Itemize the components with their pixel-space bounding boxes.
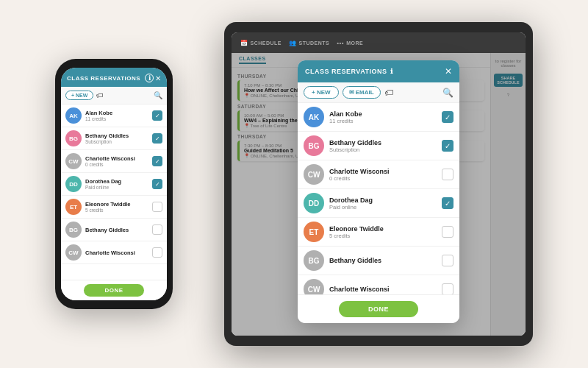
modal-person-name: Bethany Giddles bbox=[329, 257, 442, 264]
person-info: Eleonore Twiddle 5 credits bbox=[85, 201, 152, 213]
person-sub: 11 credits bbox=[85, 116, 152, 121]
modal-person-row[interactable]: ET Eleonore Twiddle 5 credits bbox=[298, 218, 459, 247]
phone-header: CLASS RESERVATIONS ℹ ✕ bbox=[61, 68, 167, 87]
person-name: Charlotte Wisconsi bbox=[85, 155, 152, 162]
person-checkbox[interactable] bbox=[152, 247, 162, 258]
modal-person-info: Charlotte Wisconsi 0 credits bbox=[329, 168, 442, 182]
phone-person-row[interactable]: BG Bethany Giddles Subscription bbox=[61, 127, 167, 150]
person-sub: 0 credits bbox=[85, 162, 152, 167]
tablet-tab[interactable]: 📅SCHEDULE bbox=[240, 40, 282, 46]
tab-icon: 👥 bbox=[289, 40, 297, 46]
modal-person-name: Dorothea Dag bbox=[329, 197, 442, 204]
person-name: Eleonore Twiddle bbox=[85, 201, 152, 208]
person-sub: Subscription bbox=[85, 139, 152, 144]
modal-done-button[interactable]: DONE bbox=[339, 301, 418, 317]
modal-header: CLASS RESERVATIONS ℹ ✕ bbox=[298, 60, 459, 82]
person-name: Charlotte Wisconsi bbox=[85, 250, 152, 256]
modal-avatar: CW bbox=[304, 279, 324, 294]
modal-person-row[interactable]: BG Bethany Giddles Subscription bbox=[298, 132, 459, 160]
done-button[interactable]: DONE bbox=[84, 284, 143, 297]
modal-person-name: Bethany Giddles bbox=[329, 139, 442, 146]
info-icon[interactable]: ℹ bbox=[145, 74, 154, 82]
tab-label: SCHEDULE bbox=[251, 40, 282, 46]
modal-new-button[interactable]: + NEW bbox=[304, 86, 339, 99]
avatar: BG bbox=[65, 130, 82, 146]
modal-person-checkbox[interactable] bbox=[442, 140, 453, 152]
avatar: DD bbox=[65, 176, 82, 192]
tablet-device: 📅SCHEDULE👥STUDENTS•••MORE CLASSES THURSD… bbox=[224, 22, 533, 346]
modal-avatar: BG bbox=[304, 250, 324, 271]
modal-person-info: Bethany Giddles bbox=[329, 257, 442, 264]
avatar: BG bbox=[65, 222, 82, 238]
person-info: Charlotte Wisconsi 0 credits bbox=[85, 155, 152, 167]
phone-footer: DONE bbox=[61, 280, 167, 300]
tablet-screen: 📅SCHEDULE👥STUDENTS•••MORE CLASSES THURSD… bbox=[232, 32, 526, 336]
modal-close-icon[interactable]: ✕ bbox=[445, 66, 452, 77]
modal-title: CLASS RESERVATIONS ℹ bbox=[305, 68, 392, 75]
modal-person-row[interactable]: AK Alan Kobe 11 credits bbox=[298, 103, 459, 132]
modal-person-row[interactable]: CW Charlotte Wisconsi bbox=[298, 275, 459, 294]
tablet-tab[interactable]: •••MORE bbox=[337, 40, 363, 46]
new-button[interactable]: + NEW bbox=[65, 91, 93, 100]
search-icon[interactable]: 🔍 bbox=[154, 91, 162, 99]
phone-person-row[interactable]: ET Eleonore Twiddle 5 credits bbox=[61, 196, 167, 219]
phone-person-row[interactable]: DD Dorothea Dag Paid online bbox=[61, 173, 167, 196]
modal-people-list: AK Alan Kobe 11 credits BG Bethany Giddl… bbox=[298, 103, 459, 294]
phone-screen: CLASS RESERVATIONS ℹ ✕ + NEW 🏷 🔍 AK Alan… bbox=[61, 68, 167, 300]
person-info: Charlotte Wisconsi bbox=[85, 250, 152, 256]
tablet-tab[interactable]: 👥STUDENTS bbox=[289, 40, 329, 46]
modal-person-checkbox[interactable] bbox=[442, 111, 453, 123]
modal-person-row[interactable]: CW Charlotte Wisconsi 0 credits bbox=[298, 160, 459, 189]
modal-avatar: ET bbox=[304, 222, 324, 242]
modal-tag-icon[interactable]: 🏷 bbox=[384, 88, 393, 98]
modal-search-icon[interactable]: 🔍 bbox=[442, 88, 453, 98]
tag-icon[interactable]: 🏷 bbox=[96, 91, 104, 99]
scene: CLASS RESERVATIONS ℹ ✕ + NEW 🏷 🔍 AK Alan… bbox=[0, 0, 588, 368]
modal-person-checkbox[interactable] bbox=[442, 255, 453, 266]
avatar: ET bbox=[65, 199, 82, 215]
modal-person-name: Eleonore Twiddle bbox=[329, 225, 442, 233]
modal-person-row[interactable]: DD Dorothea Dag Paid online bbox=[298, 189, 459, 218]
avatar: CW bbox=[65, 244, 82, 261]
modal-person-info: Dorothea Dag Paid online bbox=[329, 197, 442, 210]
person-name: Dorothea Dag bbox=[85, 178, 152, 185]
modal-overlay: CLASS RESERVATIONS ℹ ✕ + NEW ✉ EMAIL 🏷 🔍 bbox=[232, 53, 526, 336]
modal-person-checkbox[interactable] bbox=[442, 197, 453, 209]
modal-person-info: Eleonore Twiddle 5 credits bbox=[329, 225, 442, 239]
modal-avatar: AK bbox=[304, 107, 324, 127]
modal-person-name: Charlotte Wisconsi bbox=[329, 168, 442, 175]
person-info: Dorothea Dag Paid online bbox=[85, 178, 152, 190]
person-sub: Paid online bbox=[85, 185, 152, 190]
modal-person-checkbox[interactable] bbox=[442, 226, 453, 238]
phone-person-row[interactable]: AK Alan Kobe 11 credits bbox=[61, 105, 167, 127]
person-name: Alan Kobe bbox=[85, 110, 152, 116]
phone-person-row[interactable]: CW Charlotte Wisconsi bbox=[61, 241, 167, 264]
modal-person-row[interactable]: BG Bethany Giddles bbox=[298, 247, 459, 275]
person-checkbox[interactable] bbox=[152, 110, 162, 121]
modal-info-icon[interactable]: ℹ bbox=[390, 68, 393, 75]
person-checkbox[interactable] bbox=[152, 133, 162, 144]
phone-device: CLASS RESERVATIONS ℹ ✕ + NEW 🏷 🔍 AK Alan… bbox=[55, 59, 173, 309]
tablet-top-bar: 📅SCHEDULE👥STUDENTS•••MORE bbox=[232, 32, 526, 53]
modal-toolbar: + NEW ✉ EMAIL 🏷 🔍 bbox=[298, 82, 459, 103]
modal-person-checkbox[interactable] bbox=[442, 283, 453, 294]
tablet-content: CLASSES THURSDAY 7:10 PM – 8:30 PM How w… bbox=[232, 53, 526, 336]
person-info: Bethany Giddles bbox=[85, 227, 152, 233]
phone-person-row[interactable]: CW Charlotte Wisconsi 0 credits bbox=[61, 150, 167, 173]
modal-email-button[interactable]: ✉ EMAIL bbox=[343, 86, 381, 99]
person-info: Bethany Giddles Subscription bbox=[85, 132, 152, 144]
person-checkbox[interactable] bbox=[152, 224, 162, 235]
person-checkbox[interactable] bbox=[152, 179, 162, 189]
person-name: Bethany Giddles bbox=[85, 132, 152, 139]
modal-person-name: Alan Kobe bbox=[329, 110, 442, 118]
phone-title: CLASS RESERVATIONS bbox=[67, 75, 140, 82]
modal-person-info: Alan Kobe 11 credits bbox=[329, 110, 442, 124]
close-icon[interactable]: ✕ bbox=[155, 74, 161, 82]
modal-avatar: CW bbox=[304, 164, 324, 185]
modal-person-info: Bethany Giddles Subscription bbox=[329, 139, 442, 153]
phone-person-row[interactable]: BG Bethany Giddles bbox=[61, 219, 167, 241]
tab-icon: ••• bbox=[337, 40, 344, 46]
person-checkbox[interactable] bbox=[152, 202, 162, 212]
person-checkbox[interactable] bbox=[152, 156, 162, 166]
modal-person-checkbox[interactable] bbox=[442, 169, 453, 180]
